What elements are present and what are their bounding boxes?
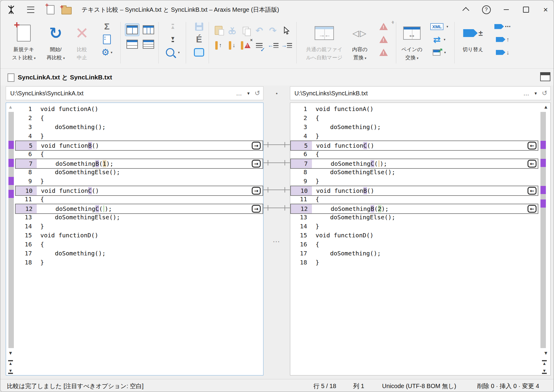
code-row[interactable]: 6{ (15, 150, 263, 159)
skip-to-top-button[interactable]: ▲ (6, 360, 15, 365)
left-change-map[interactable]: ▲ ▼ ▲ ▼ (6, 103, 15, 375)
code-row[interactable]: 9} (290, 177, 538, 186)
ribbon-collapse-button[interactable] (458, 0, 475, 19)
pointer-mode-button[interactable] (281, 24, 292, 36)
left-file-path-bar[interactable]: U:\SyncLinks\SyncLinkA.txt … ▼ ↺ (6, 86, 263, 100)
layout-two-horizontal-button[interactable] (125, 38, 139, 50)
scroll-down-icon[interactable]: ▼ (6, 351, 15, 356)
change-map-marker[interactable] (8, 141, 14, 149)
code-row[interactable]: 16{ (290, 240, 538, 249)
linked-code-row[interactable]: 12 doSomethingB(2);← (290, 204, 538, 214)
help-button[interactable]: ? (478, 0, 495, 19)
change-map-marker[interactable] (540, 159, 546, 167)
new-comparison-button[interactable]: + (45, 0, 56, 19)
change-map-marker[interactable] (540, 199, 546, 208)
linked-code-row[interactable]: 5void functionC()← (290, 140, 538, 151)
push-line-right-button[interactable]: → (252, 160, 261, 168)
change-map-marker[interactable] (8, 159, 14, 167)
start-recompare-button[interactable]: ↻ 開始/ 再比較▾ (42, 21, 69, 62)
push-line-right-button[interactable]: → (252, 187, 261, 195)
code-row[interactable]: 15void functionD() (290, 231, 538, 240)
app-menu-button[interactable] (26, 0, 36, 19)
push-line-left-button[interactable]: ← (528, 142, 537, 150)
right-file-path[interactable]: U:\SyncLinks\SyncLinkB.txt (290, 90, 523, 97)
code-row[interactable]: 2{ (15, 113, 263, 122)
comparison-options-button[interactable] (103, 34, 111, 45)
code-row[interactable]: 15void functionD() (15, 231, 263, 240)
toggle-bookmark-button[interactable]: ± 切り替え (458, 21, 488, 54)
linked-code-row[interactable]: 10void functionB()← (290, 186, 538, 196)
history-icon[interactable]: ↺ (542, 90, 547, 96)
layout-three-vertical-button[interactable] (142, 24, 155, 36)
pane-layout-button[interactable] (540, 72, 550, 81)
synchronize-scrolling-button[interactable]: ⇄▾ (433, 34, 446, 45)
code-row[interactable]: 18} (15, 258, 263, 267)
code-row[interactable]: 13 doSomethingElse(); (15, 213, 263, 222)
linked-code-row[interactable]: 7 doSomethingC();← (290, 159, 538, 169)
unindent-button[interactable]: ← (267, 39, 279, 52)
history-icon[interactable]: ↺ (255, 90, 260, 96)
code-row[interactable]: 4} (15, 131, 263, 140)
code-row[interactable]: 11{ (290, 195, 538, 204)
browse-icon[interactable]: … (236, 90, 242, 97)
next-bookmark-button[interactable]: ↓ (496, 47, 509, 57)
code-row[interactable]: 18} (290, 258, 538, 267)
browse-icon[interactable]: … (523, 90, 530, 97)
previous-change-block-button[interactable]: ↑ (213, 39, 224, 52)
linked-code-row[interactable]: 12 doSomethingC();→ (15, 204, 263, 214)
push-line-right-button[interactable]: → (252, 142, 261, 150)
right-file-path-bar[interactable]: U:\SyncLinks\SyncLinkB.txt … ▼ ↺ (290, 86, 551, 100)
change-map-marker[interactable] (540, 141, 546, 149)
close-button[interactable]: × (537, 0, 554, 19)
code-row[interactable]: 2{ (290, 113, 538, 122)
code-row[interactable]: 4} (290, 131, 538, 140)
left-file-path[interactable]: U:\SyncLinks\SyncLinkA.txt (6, 90, 236, 97)
settings-button[interactable]: ⚙▾ (101, 47, 112, 57)
code-row[interactable]: 1void functionA() (290, 104, 538, 113)
remove-change-marker-button[interactable]: × (240, 39, 251, 52)
new-folder-comparison-button[interactable]: + (61, 0, 73, 19)
skip-to-top-button[interactable]: ▲ (540, 360, 549, 365)
scroll-up-icon[interactable]: ▲ (6, 105, 15, 110)
code-row[interactable]: 8 doSomethingElse(); (15, 168, 263, 177)
change-map-marker[interactable] (540, 186, 546, 194)
new-text-comparison-button[interactable]: + 新規テキ スト比較▾ (8, 21, 39, 62)
statistics-button[interactable]: Σ (104, 21, 110, 32)
code-row[interactable]: 1void functionA() (15, 104, 263, 113)
code-row[interactable]: 16{ (15, 240, 263, 249)
linked-code-row[interactable]: 5void functionB()→ (15, 140, 263, 151)
code-row[interactable]: 13 doSomethingElse(); (290, 213, 538, 222)
previous-bookmark-button[interactable]: ↑ (496, 34, 509, 45)
skip-to-bottom-button[interactable]: ▼ (6, 369, 15, 374)
code-area-right[interactable]: 1void functionA()2{3 doSomething();4}5vo… (290, 104, 538, 375)
layout-two-vertical-button[interactable] (125, 24, 139, 36)
replace-content-button[interactable]: ◁▷ 内容の 置換▾ (347, 21, 372, 62)
change-map-marker[interactable] (8, 177, 14, 185)
minimize-button[interactable] (498, 0, 515, 19)
code-row[interactable]: 17 doSomething(); (15, 249, 263, 258)
code-row[interactable]: 6{ (290, 150, 538, 159)
right-change-map[interactable]: ▲ ▼ ▲ ▼ (538, 103, 550, 375)
code-row[interactable]: 17 doSomething(); (290, 249, 538, 258)
dropdown-caret-icon[interactable]: ▼ (534, 91, 538, 96)
push-line-left-button[interactable]: ← (528, 160, 537, 168)
bookmarks-menu-button[interactable]: ⋯ (494, 21, 511, 32)
indent-button[interactable]: → (281, 39, 292, 52)
push-line-left-button[interactable]: ← (528, 205, 537, 213)
open-related-button[interactable]: ↗▾ (433, 47, 446, 57)
scroll-down-icon[interactable]: ▼ (541, 351, 550, 356)
dropdown-caret-icon[interactable]: ▼ (247, 91, 251, 96)
layout-three-horizontal-button[interactable] (142, 38, 155, 50)
code-row[interactable]: 3 doSomething(); (290, 122, 538, 131)
scroll-up-icon[interactable]: ▲ (541, 105, 550, 110)
goto-next-change-button[interactable]: ▼ (169, 34, 177, 45)
code-row[interactable]: 3 doSomething(); (15, 122, 263, 131)
maximize-button[interactable] (518, 0, 534, 19)
code-area-left[interactable]: 1void functionA()2{3 doSomething();4}5vo… (15, 104, 263, 375)
accept-changes-button[interactable]: ✓ (254, 39, 265, 52)
skip-to-bottom-button[interactable]: ▼ (540, 369, 549, 374)
code-row[interactable]: 8 doSomethingElse(); (290, 168, 538, 177)
xml-format-button[interactable]: XML▾ (430, 21, 448, 32)
code-row[interactable]: 11{ (15, 195, 263, 204)
next-change-block-button[interactable]: ↓ (226, 39, 238, 52)
